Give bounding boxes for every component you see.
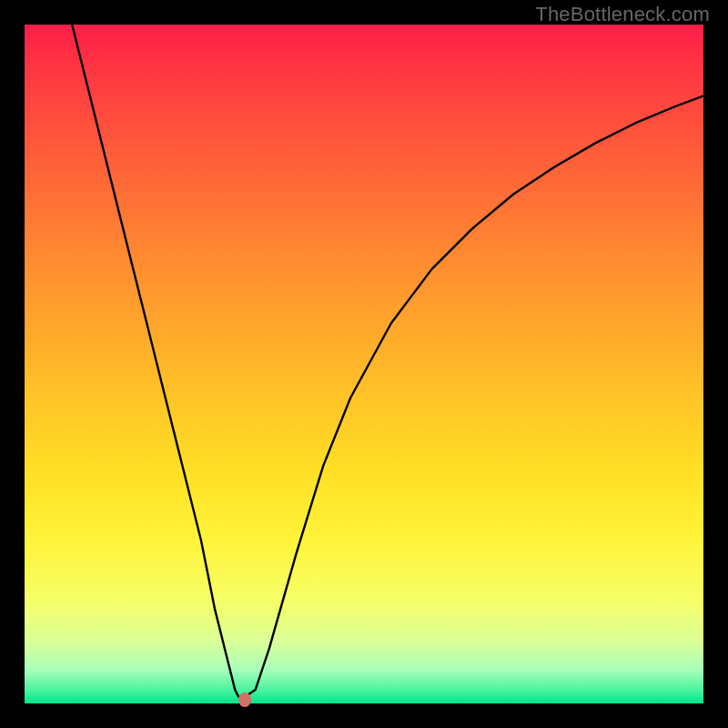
plot-area [25,25,703,703]
optimum-marker [238,693,251,707]
watermark-text: TheBottleneck.com [535,3,710,26]
bottleneck-curve [25,25,703,703]
chart-frame: TheBottleneck.com [0,0,728,728]
